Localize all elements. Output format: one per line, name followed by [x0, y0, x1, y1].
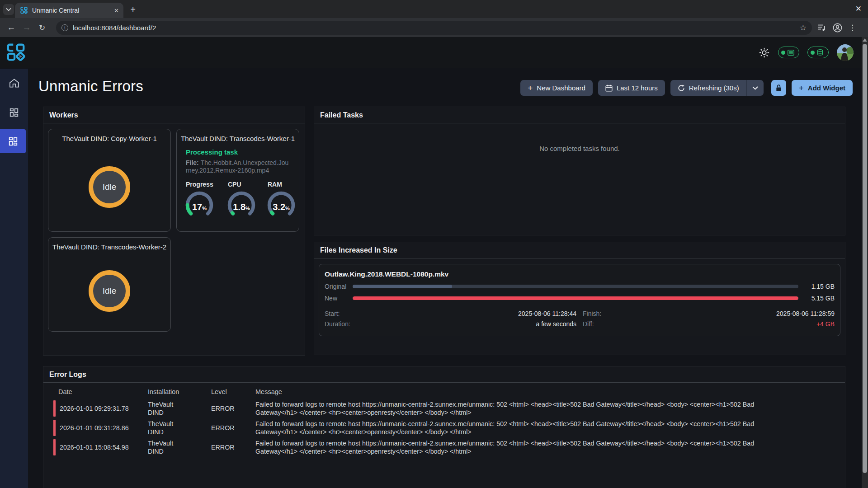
- error-logs-panel: Error Logs Date Installation Level Messa…: [43, 366, 845, 488]
- dashboard-icon: [9, 108, 19, 117]
- lock-dashboard-button[interactable]: [771, 80, 786, 96]
- add-widget-label: Add Widget: [808, 84, 845, 92]
- worker-processing-body: Processing task File:The.Hobbit.An.Unexp…: [177, 142, 299, 220]
- cpu-gauge: 1.8%: [226, 191, 257, 220]
- sidebar-item-dashboard-2-active[interactable]: [0, 129, 26, 153]
- new-size-bar: [353, 296, 798, 300]
- tab-search-button[interactable]: [3, 4, 14, 15]
- app-header: [0, 37, 868, 68]
- new-tab-button[interactable]: +: [127, 4, 138, 15]
- sidebar-item-home[interactable]: [0, 71, 28, 95]
- diff-value: +4 GB: [816, 319, 835, 329]
- time-range-label: Last 12 hours: [617, 84, 658, 92]
- media-control-icon[interactable]: [817, 24, 826, 31]
- window-close-button[interactable]: ✕: [855, 4, 862, 14]
- browser-profile-icon[interactable]: [833, 23, 842, 33]
- scrollbar-thumb[interactable]: [863, 44, 867, 473]
- worker-name: TheVault DIND: Copy-Worker-1: [48, 135, 170, 142]
- file-name: The.Hobbit.An.Unexpected.Journey.2012.Re…: [186, 159, 288, 174]
- bookmark-star-icon[interactable]: ☆: [800, 23, 807, 33]
- failed-tasks-title: Failed Tasks: [320, 111, 363, 119]
- worker-idle-indicator: Idle: [89, 166, 130, 208]
- worker-file: File:The.Hobbit.An.Unexpected.Journey.20…: [186, 159, 290, 174]
- unmanic-favicon: [20, 6, 28, 14]
- ram-gauge: 3.2%: [265, 191, 297, 220]
- address-bar[interactable]: i localhost:8084/dashboard/2 ☆: [56, 21, 812, 35]
- log-level: ERROR: [211, 405, 255, 412]
- forward-button[interactable]: →: [19, 23, 34, 33]
- error-logs-column-headers: Date Installation Level Message: [53, 388, 845, 395]
- tab-title: Unmanic Central: [32, 7, 110, 14]
- duration-value: a few seconds: [536, 319, 577, 329]
- worker-cards: TheVault DIND: Copy-Worker-1 Idle TheVau…: [43, 123, 305, 337]
- log-date: 2026-01-01 09:31:28.86: [56, 424, 148, 432]
- error-logs-table: Date Installation Level Message 2026-01-…: [43, 383, 845, 455]
- log-message: Failed to forward logs to remote host ht…: [255, 439, 798, 455]
- reload-button[interactable]: ↻: [34, 23, 50, 33]
- database-status-toggle[interactable]: [807, 47, 829, 58]
- new-label: New: [325, 295, 348, 302]
- original-size-row: Original 1.15 GB: [325, 283, 835, 290]
- refresh-button[interactable]: Refreshing (30s): [670, 80, 746, 96]
- time-range-button[interactable]: Last 12 hours: [598, 80, 665, 96]
- new-dashboard-button[interactable]: + New Dashboard: [520, 80, 593, 96]
- browser-menu-icon[interactable]: ⋮: [849, 23, 856, 33]
- page-scrollbar[interactable]: [862, 37, 868, 488]
- theme-toggle-sun-icon[interactable]: [759, 47, 770, 58]
- worker-name: TheVault DIND: Transcodes-Worker-2: [48, 243, 170, 251]
- worker-state-wrap: Idle: [48, 251, 170, 331]
- gauge-value: 17%: [184, 191, 215, 220]
- gauge-labels: Progress CPU RAM: [186, 181, 290, 188]
- page-title: Unmanic Errors: [38, 78, 143, 95]
- original-label: Original: [325, 283, 348, 290]
- browser-tab[interactable]: Unmanic Central ✕: [15, 3, 123, 18]
- gauge-value: 3.2%: [265, 191, 297, 220]
- add-widget-button[interactable]: + Add Widget: [792, 80, 853, 96]
- worker-card-transcodes-worker-2: TheVault DIND: Transcodes-Worker-2 Idle: [48, 237, 171, 332]
- browser-tabstrip: Unmanic Central ✕ + ✕: [0, 0, 868, 18]
- column-message: Message: [255, 388, 845, 395]
- new-dashboard-label: New Dashboard: [537, 84, 585, 92]
- status-dot: [781, 51, 785, 55]
- diff-row: Diff:+4 GB: [583, 319, 835, 329]
- unmanic-logo[interactable]: [5, 42, 26, 63]
- screen: Unmanic Central ✕ + ✕ ← → ↻ i localhost:…: [0, 0, 868, 488]
- log-date: 2026-01-01 15:08:54.98: [56, 444, 148, 451]
- error-log-rows: 2026-01-01 09:29:31.78 TheVault DIND ERR…: [53, 400, 845, 455]
- scrollbar-up-arrow[interactable]: [863, 38, 867, 42]
- site-info-icon[interactable]: i: [61, 24, 68, 31]
- installations-status-toggle[interactable]: [778, 47, 799, 58]
- new-size-row: New 5.15 GB: [325, 295, 835, 302]
- sidebar-item-dashboard-1[interactable]: [0, 100, 28, 124]
- worker-card-copy-worker-1: TheVault DIND: Copy-Worker-1 Idle: [48, 129, 171, 232]
- user-avatar[interactable]: [837, 44, 854, 61]
- error-logs-title: Error Logs: [49, 371, 86, 378]
- gauges: 17% 1.8%: [186, 191, 290, 220]
- file-name: Outlaw.King.2018.WEBDL-1080p.mkv: [325, 270, 835, 278]
- sidebar: [0, 69, 28, 488]
- log-installation: TheVault DIND: [148, 400, 184, 417]
- files-increased-title: Files Increased In Size: [320, 246, 397, 254]
- start-row: Start:2025-08-06 11:28:44: [325, 309, 576, 319]
- gauge-value: 1.8%: [226, 191, 257, 220]
- refresh-icon: [678, 84, 685, 92]
- refresh-split-button: Refreshing (30s): [670, 80, 764, 96]
- worker-card-transcodes-worker-1: TheVault DIND: Transcodes-Worker-1 Proce…: [176, 129, 299, 232]
- finish-row: Finish:2025-08-06 11:28:59: [583, 309, 835, 319]
- file-meta: Start:2025-08-06 11:28:44 Finish:2025-08…: [325, 309, 835, 329]
- url-text: localhost:8084/dashboard/2: [73, 24, 795, 32]
- tab-close-icon[interactable]: ✕: [114, 8, 119, 14]
- database-status-icon: [817, 49, 823, 56]
- worker-idle-indicator: Idle: [89, 270, 130, 312]
- error-logs-header: Error Logs: [43, 366, 845, 383]
- back-button[interactable]: ←: [4, 23, 19, 33]
- gauge-label-cpu: CPU: [228, 181, 268, 188]
- original-size-bar: [353, 285, 798, 288]
- failed-tasks-empty-message: No completed tasks found.: [314, 123, 845, 152]
- refresh-options-caret[interactable]: [746, 80, 764, 96]
- log-message: Failed to forward logs to remote host ht…: [255, 400, 798, 417]
- gauge-label-progress: Progress: [186, 181, 228, 188]
- worker-state-label: Processing task: [186, 148, 290, 156]
- log-message: Failed to forward logs to remote host ht…: [255, 420, 798, 436]
- column-installation: Installation: [148, 388, 211, 395]
